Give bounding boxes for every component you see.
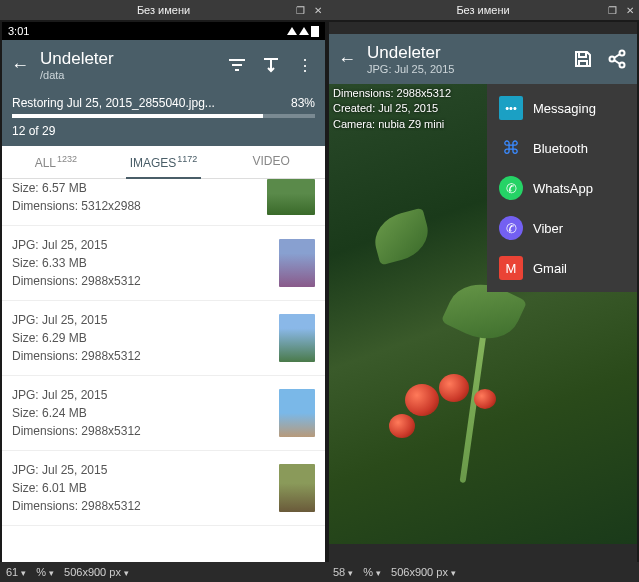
window-titlebar: Без имени ❐ ✕: [0, 0, 327, 20]
messaging-icon: •••: [499, 96, 523, 120]
phone-screen: ← Undeleter JPG: Jul 25, 2015 Dimensions…: [329, 22, 637, 580]
whatsapp-icon: ✆: [499, 176, 523, 200]
signal-icon: [299, 27, 309, 35]
clock: 3:01: [8, 25, 29, 37]
back-icon[interactable]: ←: [335, 49, 359, 70]
canvas-dims[interactable]: 506x900 px: [391, 566, 456, 578]
thumbnail: [279, 314, 315, 362]
zoom-unit[interactable]: %: [36, 566, 54, 578]
thumbnail: [279, 389, 315, 437]
progress-text: Restoring Jul 25, 2015_2855040.jpg...: [12, 96, 215, 110]
bluetooth-icon: ⌘: [499, 136, 523, 160]
file-list[interactable]: Size: 6.57 MBDimensions: 5312x2988 JPG: …: [2, 179, 325, 526]
list-item[interactable]: JPG: Jul 25, 2015Size: 6.24 MBDimensions…: [2, 376, 325, 451]
wifi-icon: [287, 27, 297, 35]
list-item[interactable]: JPG: Jul 25, 2015Size: 6.29 MBDimensions…: [2, 301, 325, 376]
list-item[interactable]: JPG: Jul 25, 2015Size: 6.33 MBDimensions…: [2, 226, 325, 301]
progress-section: Restoring Jul 25, 2015_2855040.jpg... 83…: [2, 90, 325, 146]
app-subtitle: JPG: Jul 25, 2015: [367, 63, 573, 75]
gmail-icon: M: [499, 256, 523, 280]
zoom-value[interactable]: 58: [333, 566, 353, 578]
android-statusbar: 3:01: [2, 22, 325, 40]
app-toolbar: ← Undeleter JPG: Jul 25, 2015: [329, 34, 637, 84]
editor-statusbar: 58 % 506x900 px: [327, 562, 639, 582]
viber-icon: ✆: [499, 216, 523, 240]
share-menu: •••Messaging ⌘Bluetooth ✆WhatsApp ✆Viber…: [487, 84, 637, 292]
window-title: Без имени: [137, 4, 190, 16]
app-toolbar: ← Undeleter /data ⋮: [2, 40, 325, 90]
app-title: Undeleter: [367, 43, 573, 63]
overflow-icon[interactable]: ⋮: [295, 55, 315, 75]
window-titlebar: Без имени ❐ ✕: [327, 0, 639, 20]
app-subtitle: /data: [40, 69, 227, 81]
save-icon[interactable]: [573, 49, 593, 69]
left-editor-panel: Без имени ❐ ✕ 3:01 ← Undeleter /data ⋮: [0, 0, 327, 582]
window-title: Без имени: [456, 4, 509, 16]
photo-metadata: Dimensions: 2988x5312 Created: Jul 25, 2…: [333, 86, 451, 132]
canvas-dims[interactable]: 506x900 px: [64, 566, 129, 578]
restore-icon[interactable]: ❐: [605, 3, 619, 17]
close-icon[interactable]: ✕: [311, 3, 325, 17]
progress-bar: [12, 114, 315, 118]
thumbnail: [279, 464, 315, 512]
right-editor-panel: Без имени ❐ ✕ ← Undeleter JPG: Jul 25, 2…: [327, 0, 639, 582]
zoom-unit[interactable]: %: [363, 566, 381, 578]
filter-icon[interactable]: [261, 55, 281, 75]
progress-count: 12 of 29: [12, 124, 315, 138]
tab-video[interactable]: VIDEO: [217, 146, 325, 178]
back-icon[interactable]: ←: [8, 55, 32, 76]
progress-percent: 83%: [291, 96, 315, 110]
list-item[interactable]: JPG: Jul 25, 2015Size: 6.01 MBDimensions…: [2, 451, 325, 526]
list-item[interactable]: Size: 6.57 MBDimensions: 5312x2988: [2, 179, 325, 226]
share-gmail[interactable]: MGmail: [487, 248, 637, 288]
phone-screen: 3:01 ← Undeleter /data ⋮ Restoring Jul 2…: [2, 22, 325, 580]
sort-icon[interactable]: [227, 55, 247, 75]
app-title: Undeleter: [40, 49, 227, 69]
share-icon[interactable]: [607, 49, 627, 69]
battery-icon: [311, 26, 319, 37]
zoom-value[interactable]: 61: [6, 566, 26, 578]
share-messaging[interactable]: •••Messaging: [487, 88, 637, 128]
close-icon[interactable]: ✕: [623, 3, 637, 17]
share-viber[interactable]: ✆Viber: [487, 208, 637, 248]
restore-icon[interactable]: ❐: [293, 3, 307, 17]
tab-all[interactable]: ALL1232: [2, 146, 110, 178]
photo-viewer[interactable]: Dimensions: 2988x5312 Created: Jul 25, 2…: [329, 84, 637, 544]
tab-bar: ALL1232 IMAGES1172 VIDEO: [2, 146, 325, 179]
thumbnail: [279, 239, 315, 287]
editor-statusbar: 61 % 506x900 px: [0, 562, 327, 582]
thumbnail: [267, 179, 315, 215]
share-whatsapp[interactable]: ✆WhatsApp: [487, 168, 637, 208]
share-bluetooth[interactable]: ⌘Bluetooth: [487, 128, 637, 168]
tab-images[interactable]: IMAGES1172: [110, 146, 218, 178]
